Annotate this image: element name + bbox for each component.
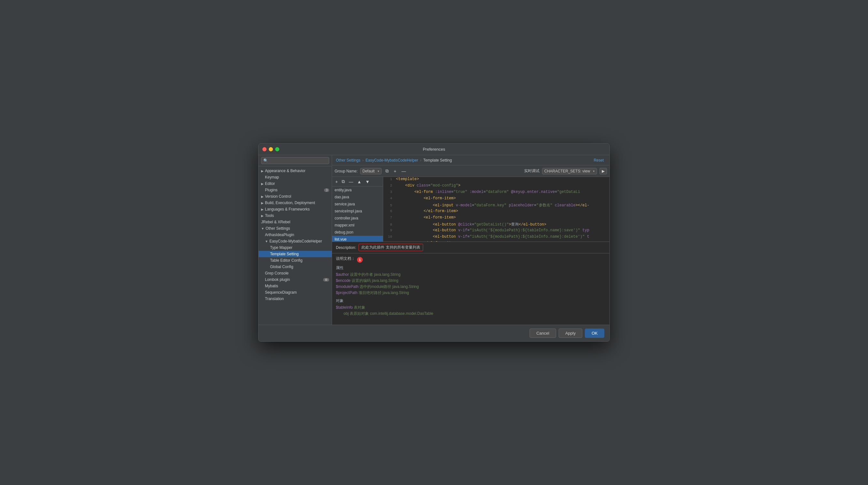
doc-section-objects: 对象 xyxy=(336,298,606,304)
group-name-select[interactable]: Default xyxy=(360,168,381,174)
code-line-1: 1 <template> xyxy=(383,177,610,183)
sidebar-item-build[interactable]: ▶ Build, Execution, Deployment xyxy=(258,200,332,206)
doc-item-modulepath: $modulePath 选中的module路径 java.lang.String xyxy=(336,284,606,289)
code-editor[interactable]: 1 <template> 2 <div class="mod-config"> … xyxy=(383,177,610,241)
breadcrumb-easycode[interactable]: EasyCode-MybatisCodeHelper xyxy=(366,158,418,163)
close-button[interactable] xyxy=(262,147,267,151)
toolbar-right: 实时调试 CHARACTER_SETS: view ▶ xyxy=(524,168,607,174)
arrow-icon: ▶ xyxy=(261,169,264,173)
remove-file-btn[interactable]: — xyxy=(347,178,354,185)
ok-button[interactable]: OK xyxy=(585,329,604,338)
sidebar-item-other-settings[interactable]: ▼ Other Settings xyxy=(258,225,332,232)
sidebar-item-jrebel[interactable]: JRebel & XRebel xyxy=(258,219,332,225)
file-item-debug[interactable]: debug.json xyxy=(332,229,383,236)
code-line-7: 7 <el-form-item> xyxy=(383,215,610,222)
move-down-btn[interactable]: ▼ xyxy=(364,178,371,185)
sidebar-item-keymap[interactable]: Keymap xyxy=(258,174,332,180)
sidebar-item-appearance[interactable]: ▶ Appearance & Behavior xyxy=(258,168,332,174)
doc-header-row: 说明文档： 1 xyxy=(336,256,606,263)
copy-file-btn[interactable]: ⧉ xyxy=(340,178,346,185)
sidebar-item-arthas[interactable]: ArthasIdeaPlugin xyxy=(258,232,332,238)
sidebar-item-translation[interactable]: Translation xyxy=(258,295,332,302)
doc-section-properties: 属性 xyxy=(336,265,606,270)
code-line-9: 9 <el-button v-if="isAuth('${modulePath}… xyxy=(383,228,610,234)
breadcrumb-bar: Other Settings › EasyCode-MybatisCodeHel… xyxy=(332,155,610,165)
lombok-badge: ⚙ xyxy=(323,278,329,282)
file-item-entity[interactable]: entity.java xyxy=(332,187,383,194)
sidebar-item-sequence[interactable]: SequenceDiagram xyxy=(258,289,332,295)
reset-button[interactable]: Reset xyxy=(592,158,606,163)
file-list-toolbar: + ⧉ — ▲ ▼ xyxy=(332,177,383,187)
arrow-icon: ▶ xyxy=(261,214,264,218)
sidebar-item-table-editor[interactable]: Table Editor Config xyxy=(258,257,332,264)
sidebar-item-grep-console[interactable]: Grep Console xyxy=(258,270,332,277)
file-item-controller[interactable]: controller.java xyxy=(332,215,383,222)
file-item-serviceimpl[interactable]: serviceImpl.java xyxy=(332,208,383,215)
breadcrumb: Other Settings › EasyCode-MybatisCodeHel… xyxy=(336,158,452,163)
sidebar-item-lombok[interactable]: Lombok plugin ⚙ xyxy=(258,277,332,283)
sidebar-item-type-mapper[interactable]: Type Mapper xyxy=(258,245,332,251)
doc-area: 说明文档： 1 属性 $author 设置中的作者 java.lang.Stri… xyxy=(332,253,610,325)
doc-item-author: $author 设置中的作者 java.lang.String xyxy=(336,272,606,277)
arrow-icon: ▼ xyxy=(265,239,268,243)
sidebar-tree: ▶ Appearance & Behavior Keymap ▶ Editor … xyxy=(258,166,332,325)
sidebar-item-easycode[interactable]: ▼ EasyCode-MybatisCodeHelper xyxy=(258,238,332,245)
file-item-service[interactable]: service.java xyxy=(332,201,383,208)
template-body: + ⧉ — ▲ ▼ entity.java dao.java service.j… xyxy=(332,177,610,241)
search-input[interactable] xyxy=(261,157,329,164)
sidebar-item-tools[interactable]: ▶ Tools xyxy=(258,212,332,219)
sidebar-item-plugins[interactable]: Plugins 3 xyxy=(258,187,332,193)
doc-header: 说明文档： xyxy=(336,256,355,261)
group-select-wrapper: Default xyxy=(360,168,381,174)
realtime-select-wrapper: CHARACTER_SETS: view xyxy=(542,168,597,174)
doc-badge: 1 xyxy=(357,257,363,263)
sidebar-item-version-control[interactable]: ▶ Version Control xyxy=(258,193,332,200)
breadcrumb-sep-2: › xyxy=(420,158,421,163)
code-line-2: 2 <div class="mod-config"> xyxy=(383,183,610,190)
doc-item-tableinfo: $tableInfo 表对象 xyxy=(336,305,606,310)
realtime-select[interactable]: CHARACTER_SETS: view xyxy=(542,168,597,174)
main-content: ▶ Appearance & Behavior Keymap ▶ Editor … xyxy=(258,155,610,325)
code-line-4: 4 <el-form-item> xyxy=(383,196,610,202)
cancel-button[interactable]: Cancel xyxy=(530,329,556,338)
realtime-label: 实时调试 xyxy=(524,168,539,174)
doc-item-tableinfo-obj: obj 表原始对象 com.intellij.database.model.Da… xyxy=(336,311,606,316)
maximize-button[interactable] xyxy=(275,147,279,151)
sidebar-item-template-setting[interactable]: Template Setting xyxy=(258,251,332,257)
add-file-btn[interactable]: + xyxy=(334,178,339,185)
copy-icon-btn[interactable]: ⧉ xyxy=(384,168,390,174)
code-line-10: 10 <el-button v-if="isAuth('${modulePath… xyxy=(383,234,610,241)
doc-item-projectpath: $projectPath 项目绝对路径 java.lang.String xyxy=(336,290,606,295)
dialog-footer: Cancel Apply OK xyxy=(258,325,610,341)
sidebar-item-languages[interactable]: ▶ Languages & Frameworks xyxy=(258,206,332,212)
sidebar-item-mybatis[interactable]: Mybatis xyxy=(258,283,332,289)
breadcrumb-other-settings[interactable]: Other Settings xyxy=(336,158,361,163)
add-toolbar-btn[interactable]: + xyxy=(393,168,398,174)
file-item-mapper[interactable]: mapper.xml xyxy=(332,222,383,229)
dialog-title: Preferences xyxy=(423,147,445,152)
arrow-icon: ▶ xyxy=(261,195,264,198)
right-panel: Other Settings › EasyCode-MybatisCodeHel… xyxy=(332,155,610,325)
traffic-lights xyxy=(262,147,279,151)
bottom-panel: Description: 此处为此插件 支持的所有变量列表 说明文档： 1 属性… xyxy=(332,241,610,325)
remove-toolbar-btn[interactable]: — xyxy=(400,168,407,174)
description-row: Description: 此处为此插件 支持的所有变量列表 xyxy=(332,242,610,253)
plugins-badge: 3 xyxy=(324,189,329,192)
minimize-button[interactable] xyxy=(269,147,273,151)
run-button[interactable]: ▶ xyxy=(599,168,607,174)
breadcrumb-sep-1: › xyxy=(363,158,364,163)
arrow-icon: ▶ xyxy=(261,201,264,205)
file-item-list-vue[interactable]: list.vue xyxy=(332,236,383,241)
code-line-5: 5 <el-input v-model="dataForm.key" place… xyxy=(383,202,610,209)
arrow-icon: ▼ xyxy=(261,227,264,230)
apply-button[interactable]: Apply xyxy=(559,329,583,338)
sidebar-item-global-config[interactable]: Global Config xyxy=(258,264,332,270)
file-item-dao[interactable]: dao.java xyxy=(332,194,383,201)
breadcrumb-current: Template Setting xyxy=(423,158,452,163)
code-line-8: 8 <el-button @click="getDataList()">查询</… xyxy=(383,222,610,228)
sidebar-item-editor[interactable]: ▶ Editor xyxy=(258,180,332,187)
code-line-3: 3 <el-form :inline="true" :model="dataFo… xyxy=(383,190,610,196)
search-bar xyxy=(258,155,332,166)
doc-item-encode: $encode 设置的编码 java.lang.String xyxy=(336,278,606,283)
move-up-btn[interactable]: ▲ xyxy=(356,178,363,185)
